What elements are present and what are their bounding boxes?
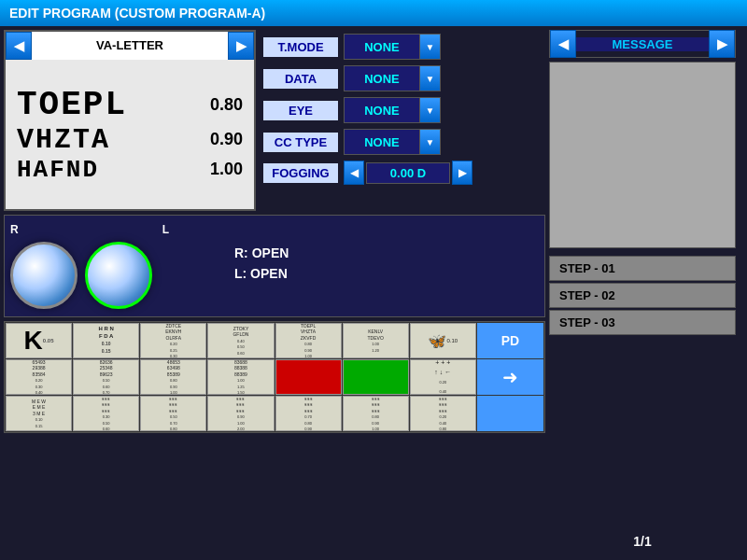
lenses-row xyxy=(10,242,216,309)
fogging-control: ◀ 0.00 D ▶ xyxy=(344,161,472,185)
cell-empty-bottom xyxy=(477,396,543,431)
chart-grid: K0.05 H R NF D A0.100.15 ZDTCEEKNVHOLRFA… xyxy=(4,321,545,433)
cell-butterfly[interactable]: 🦋0.10 xyxy=(410,323,476,358)
cell-symbols3[interactable]: ꟊꟊꟊꟊꟊꟊꟊꟊꟊ0.901.002.00 xyxy=(207,396,274,431)
eye-row: EYE NONE ▼ xyxy=(263,97,542,123)
data-dropdown[interactable]: NONE ▼ xyxy=(344,65,441,91)
message-next-button[interactable]: ▶ xyxy=(709,30,735,58)
cctype-value: NONE xyxy=(345,133,419,152)
tmode-dropdown[interactable]: NONE ▼ xyxy=(344,34,441,60)
steps-area: STEP - 01 STEP - 02 STEP - 03 xyxy=(549,256,736,335)
tmode-dropdown-arrow[interactable]: ▼ xyxy=(419,35,440,59)
chart-letters-1: TOEPL xyxy=(17,86,127,124)
pd-label: PD xyxy=(501,333,519,348)
fogging-row: FOGGING ◀ 0.00 D ▶ xyxy=(263,161,542,185)
cell-pd-top[interactable]: PD xyxy=(477,323,543,358)
step-2[interactable]: STEP - 02 xyxy=(549,283,736,308)
fogging-increase-button[interactable]: ▶ xyxy=(452,161,472,185)
cctype-label: CC TYPE xyxy=(263,133,338,152)
cell-symbols1[interactable]: ꟊꟊꟊꟊꟊꟊꟊꟊꟊ0.300.500.60 xyxy=(73,396,139,431)
chart-row-1: TOEPL 0.80 xyxy=(17,86,243,124)
cell-arrows[interactable]: + + +↑ ↓ ←0.200.40 xyxy=(410,359,476,395)
data-label: DATA xyxy=(263,69,338,89)
cell-48653[interactable]: 4865363498853890.800.901.00 xyxy=(140,359,206,395)
va-prev-button[interactable]: ◀ xyxy=(6,32,32,60)
cell-k[interactable]: K0.05 xyxy=(6,323,72,358)
chart-area: K0.05 H R NF D A0.100.15 ZDTCEEKNVHOLRFA… xyxy=(4,321,545,433)
cell-65493[interactable]: 6549329388835840.200.300.40 xyxy=(6,359,72,395)
eye-value: NONE xyxy=(345,101,419,120)
lens-labels: R L xyxy=(10,223,169,238)
chart-letters-3: HAFND xyxy=(17,156,99,184)
lens-status: R: OPEN L: OPEN xyxy=(234,245,289,287)
eye-dropdown[interactable]: NONE ▼ xyxy=(344,97,441,123)
va-letter-container: ◀ VA-LETTER ▶ TOEPL 0.80 VHZTA 0.90 HAFN… xyxy=(4,30,256,211)
va-nav-bar: ◀ VA-LETTER ▶ xyxy=(6,32,254,60)
va-next-button[interactable]: ▶ xyxy=(228,32,254,60)
cell-kenlv-tdevo[interactable]: KENLVTDEVO1.001.20 xyxy=(343,323,409,358)
message-bar: ◀ MESSAGE ▶ xyxy=(549,30,736,58)
left-lens[interactable] xyxy=(85,242,152,309)
cell-symbols2[interactable]: ꟊꟊꟊꟊꟊꟊꟊꟊꟊ0.500.700.80 xyxy=(140,396,206,431)
step-1[interactable]: STEP - 01 xyxy=(549,256,736,281)
right-lens[interactable] xyxy=(10,242,78,309)
cell-color-red[interactable] xyxy=(275,359,342,395)
chart-letters-2: VHZTA xyxy=(17,124,110,156)
cctype-dropdown[interactable]: NONE ▼ xyxy=(344,129,441,155)
page-indicator: 1/1 xyxy=(549,526,736,556)
cell-hrn-fda[interactable]: H R NF D A0.100.15 xyxy=(73,323,139,358)
data-row: DATA NONE ▼ xyxy=(263,65,542,91)
cell-symbols4[interactable]: ꟊꟊꟊꟊꟊꟊꟊꟊꟊ0.700.800.90 xyxy=(275,396,342,431)
eye-label: EYE xyxy=(263,101,338,120)
tmode-label: T.MODE xyxy=(263,37,338,57)
r-label: R xyxy=(10,223,19,236)
cctype-dropdown-arrow[interactable]: ▼ xyxy=(419,130,440,154)
cell-symbols6[interactable]: ꟊꟊꟊꟊꟊꟊꟊꟊꟊ0.200.400.80 xyxy=(410,396,476,431)
tmode-value: NONE xyxy=(345,37,419,57)
tmode-row: T.MODE NONE ▼ xyxy=(263,34,542,60)
l-status: L: OPEN xyxy=(234,266,289,281)
r-status: R: OPEN xyxy=(234,245,289,260)
data-value: NONE xyxy=(345,69,419,89)
message-prev-button[interactable]: ◀ xyxy=(550,30,576,58)
chart-row-2: VHZTA 0.90 xyxy=(17,124,243,156)
cell-zdtce-eknvh-olrfa[interactable]: ZDTCEEKNVHOLRFA0.200.250.30 xyxy=(140,323,206,358)
chart-decimal-3: 1.00 xyxy=(201,160,243,179)
data-dropdown-arrow[interactable]: ▼ xyxy=(419,66,440,91)
fogging-value: 0.00 D xyxy=(366,162,450,184)
left-panel: ◀ VA-LETTER ▶ TOEPL 0.80 VHZTA 0.90 HAFN… xyxy=(4,30,545,556)
fogging-label: FOGGING xyxy=(263,163,338,183)
va-label: VA-LETTER xyxy=(32,32,228,60)
controls-panel: T.MODE NONE ▼ DATA NONE ▼ EYE xyxy=(260,30,545,211)
message-label: MESSAGE xyxy=(576,37,709,51)
lens-section: R L R: OPEN L: OPEN xyxy=(4,215,545,317)
steps-empty-area xyxy=(549,339,736,524)
cell-color-green[interactable] xyxy=(343,359,409,395)
title-text: EDIT PROGRAM (CUSTOM PROGRAM-A) xyxy=(9,6,265,21)
cell-kcaeh-ztoky-gfldn[interactable]: KCAEHZTOKYGFLDN0.400.500.600.70 xyxy=(207,323,274,358)
cell-83688[interactable]: 8368888388883891.001.251.50 xyxy=(207,359,274,395)
lenses-area: R L xyxy=(10,223,216,309)
cell-arrow-right[interactable]: ➜ xyxy=(477,359,543,395)
cctype-row: CC TYPE NONE ▼ xyxy=(263,129,542,155)
top-section: ◀ VA-LETTER ▶ TOEPL 0.80 VHZTA 0.90 HAFN… xyxy=(4,30,545,211)
cell-mew[interactable]: M E WE M E3 M E0.100.15 xyxy=(6,396,72,431)
eye-dropdown-arrow[interactable]: ▼ xyxy=(419,98,440,122)
vision-chart: TOEPL 0.80 VHZTA 0.90 HAFND 1.00 xyxy=(6,60,254,209)
step-3[interactable]: STEP - 03 xyxy=(549,310,736,335)
chart-decimal-1: 0.80 xyxy=(201,95,243,115)
message-area xyxy=(549,62,736,248)
chart-row-3: HAFND 1.00 xyxy=(17,156,243,184)
cell-symbols5[interactable]: ꟊꟊꟊꟊꟊꟊꟊꟊꟊ0.800.901.00 xyxy=(343,396,409,431)
cell-82636[interactable]: 8263625348896230.500.600.70 xyxy=(73,359,139,395)
title-bar: EDIT PROGRAM (CUSTOM PROGRAM-A) xyxy=(0,0,747,26)
main-content: ◀ VA-LETTER ▶ TOEPL 0.80 VHZTA 0.90 HAFN… xyxy=(0,26,747,560)
l-label: L xyxy=(162,223,169,236)
fogging-decrease-button[interactable]: ◀ xyxy=(344,161,364,185)
right-panel: ◀ MESSAGE ▶ STEP - 01 STEP - 02 STEP - 0… xyxy=(549,30,736,556)
cell-toepl-vhzta-zkvfd[interactable]: TOEPLVHZTAZKVFD0.800.901.00 xyxy=(275,323,342,358)
chart-decimal-2: 0.90 xyxy=(201,130,243,149)
